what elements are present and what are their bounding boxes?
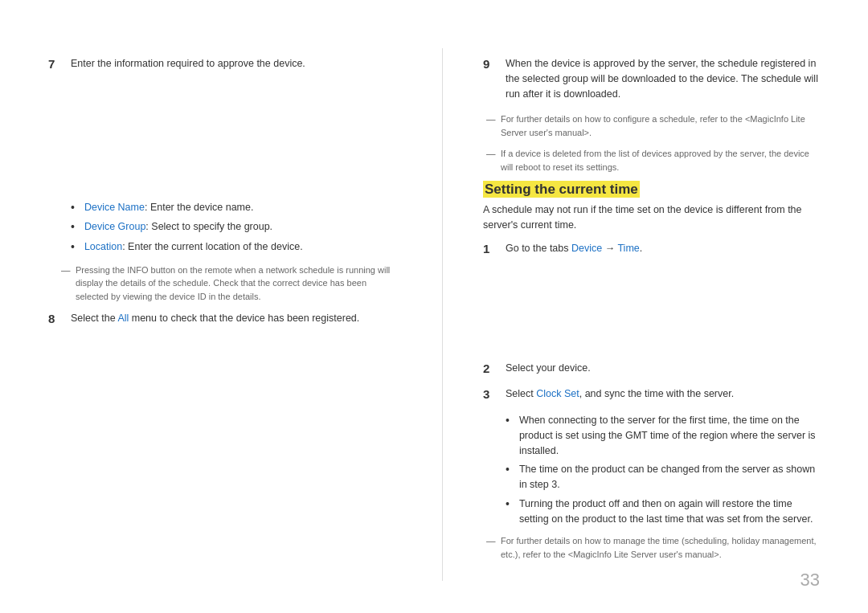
bullet-device-group-text: : Select to specify the group.: [145, 221, 272, 232]
clock-set-link[interactable]: Clock Set: [536, 388, 579, 399]
right-note-3-text: For further details on how to manage the…: [501, 534, 820, 561]
right-note-1-text: For further details on how to configure …: [501, 112, 820, 139]
step-2-content: Select your device.: [506, 361, 820, 376]
step-3-prefix: Select: [506, 388, 536, 399]
step-7-text: Enter the information required to approv…: [71, 58, 305, 69]
step-2-block: 2 Select your device.: [483, 361, 820, 376]
section-title-highlighted: Setting the current time: [483, 181, 640, 198]
time-tab-link[interactable]: Time: [617, 243, 639, 254]
step-3-content: Select Clock Set, and sync the time with…: [506, 386, 820, 402]
step-7-number: 7: [48, 57, 63, 72]
device-group-link: Device Group: [84, 221, 145, 232]
bullet-device-name-text: : Enter the device name.: [145, 202, 254, 213]
column-divider: [442, 48, 443, 581]
bullet-server-time-text: When connecting to the server for the fi…: [519, 413, 820, 458]
right-note-2: — If a device is deleted from the list o…: [486, 147, 820, 174]
bullet-server-time: When connecting to the server for the fi…: [506, 413, 820, 458]
step-1-suffix: .: [640, 243, 642, 254]
step-9-content: When the device is approved by the serve…: [506, 56, 820, 101]
right-note-1: — For further details on how to configur…: [486, 112, 820, 139]
step-1-block: 1 Go to the tabs Device → Time.: [483, 241, 820, 256]
step-8-prefix: Select the: [71, 313, 117, 324]
step-3-block: 3 Select Clock Set, and sync the time wi…: [483, 386, 820, 402]
right-note-3: — For further details on how to manage t…: [486, 534, 820, 561]
left-column: 7 Enter the information required to appr…: [48, 48, 402, 581]
section-heading: Setting the current time: [483, 182, 820, 198]
device-name-link: Device Name: [84, 202, 145, 213]
step-8-suffix: menu to check that the device has been r…: [129, 313, 359, 324]
bullet-time-restore-text: Turning the product off and then on agai…: [519, 497, 820, 527]
step-8-content: Select the All menu to check that the de…: [71, 311, 402, 326]
location-link: Location: [84, 241, 122, 252]
bullet-device-name: Device Name: Enter the device name.: [71, 200, 402, 216]
step-9-number: 9: [483, 57, 497, 101]
step-7-note: — Pressing the INFO button on the remote…: [61, 264, 402, 304]
step-3-suffix: , and sync the time with the server.: [579, 388, 734, 399]
page-number: 33: [800, 570, 820, 591]
bullet-time-change-text: The time on the product can be changed f…: [519, 462, 820, 492]
right-column: 9 When the device is approved by the ser…: [483, 48, 820, 581]
section-subtitle: A schedule may not run if the time set o…: [483, 202, 820, 233]
page-container: 7 Enter the information required to appr…: [0, 0, 868, 613]
device-tab-link[interactable]: Device: [571, 243, 602, 254]
bullet-device-group: Device Group: Select to specify the grou…: [71, 219, 402, 235]
bullet-location-text: : Enter the current location of the devi…: [122, 241, 302, 252]
step-2-number: 2: [483, 362, 497, 376]
step-3-bullets: When connecting to the server for the fi…: [506, 413, 820, 526]
bullet-time-change: The time on the product can be changed f…: [506, 462, 820, 492]
step-7-content: Enter the information required to approv…: [71, 56, 402, 72]
step-8-block: 8 Select the All menu to check that the …: [48, 311, 402, 326]
step-7-note-text: Pressing the INFO button on the remote w…: [76, 264, 402, 304]
right-note-2-text: If a device is deleted from the list of …: [501, 147, 820, 174]
bullet-time-restore: Turning the product off and then on agai…: [506, 497, 820, 527]
step-9-text: When the device is approved by the serve…: [506, 58, 818, 100]
step-1-prefix: Go to the tabs: [506, 243, 571, 254]
all-link[interactable]: All: [117, 313, 129, 324]
step-8-number: 8: [48, 312, 63, 326]
step-1-content: Go to the tabs Device → Time.: [506, 241, 820, 256]
step-9-block: 9 When the device is approved by the ser…: [483, 56, 820, 101]
step-3-number: 3: [483, 387, 497, 402]
step-2-text: Select your device.: [506, 362, 591, 374]
step-7-block: 7 Enter the information required to appr…: [48, 56, 402, 72]
step-1-arrow: →: [602, 243, 617, 254]
step-7-bullets: Device Name: Enter the device name. Devi…: [71, 200, 402, 255]
step-1-number: 1: [483, 242, 497, 256]
bullet-location: Location: Enter the current location of …: [71, 239, 402, 255]
